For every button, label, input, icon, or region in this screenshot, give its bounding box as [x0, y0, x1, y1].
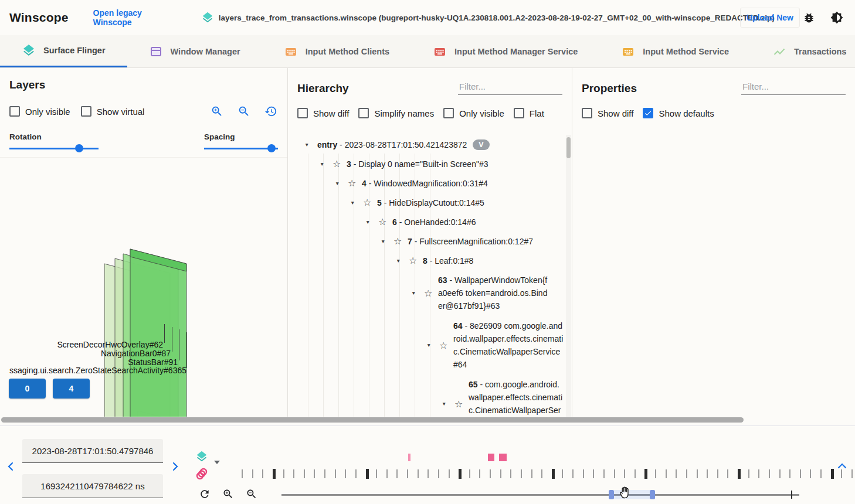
- collapse-arrow-icon[interactable]: ▼: [396, 258, 409, 264]
- checkbox-show-virtual[interactable]: Show virtual: [81, 106, 145, 117]
- layer-label: NavigationBar0#87: [101, 349, 171, 358]
- zoom-out-icon[interactable]: [237, 104, 251, 118]
- star-icon[interactable]: ☆: [348, 178, 362, 189]
- layers-trace-icon: [201, 11, 214, 24]
- tab-input-method-manager-service[interactable]: Input Method Manager Service: [411, 35, 599, 67]
- main-content: Layers Only visibleShow virtual: [0, 68, 855, 417]
- star-icon[interactable]: ☆: [393, 236, 408, 247]
- checkbox-box[interactable]: [443, 108, 454, 118]
- trace-file-name: layers_trace_from_transactions.winscope …: [219, 13, 775, 22]
- collapse-arrow-icon[interactable]: ▼: [381, 239, 393, 244]
- rotation-slider-track[interactable]: [9, 148, 99, 149]
- hierarchy-tree: ▼entry - 2023-08-28T17:01:50.421423872V▼…: [288, 135, 565, 417]
- checkbox-show-diff[interactable]: Show diff: [297, 108, 349, 118]
- checkbox-box[interactable]: [358, 108, 369, 118]
- trace-file: layers_trace_from_transactions.winscope …: [201, 11, 733, 24]
- star-icon[interactable]: ☆: [409, 255, 423, 266]
- collapse-arrow-icon[interactable]: ▼: [335, 181, 348, 186]
- star-icon[interactable]: ☆: [439, 340, 453, 351]
- tree-row[interactable]: ▼entry - 2023-08-28T17:01:50.421423872V: [288, 135, 565, 154]
- horizontal-scrollbar[interactable]: [1, 417, 744, 423]
- tree-node-label: entry - 2023-08-28T17:01:50.421423872: [317, 138, 467, 151]
- checkbox-box[interactable]: [514, 108, 524, 118]
- hierarchy-scrollbar-thumb[interactable]: [566, 137, 571, 158]
- rotation-slider-thumb[interactable]: [75, 144, 83, 152]
- collapse-arrow-icon[interactable]: ▼: [350, 200, 363, 206]
- collapse-arrow-icon[interactable]: ▼: [442, 401, 454, 407]
- tab-label: Input Method Manager Service: [454, 47, 578, 56]
- tree-row[interactable]: ▼☆64 - 8e26909 com.google.android.wallpa…: [288, 316, 565, 374]
- layer-leader-line: [186, 332, 187, 368]
- tree-node-label: 8 - Leaf:0:1#8: [423, 254, 473, 267]
- range-slider-track[interactable]: [281, 494, 799, 496]
- tree-row[interactable]: ▼☆65 - com.google.android.wallpaper.effe…: [288, 374, 565, 417]
- checkbox-simplify-names[interactable]: Simplify names: [358, 108, 434, 118]
- checkbox-box[interactable]: [297, 108, 308, 118]
- layers-checkboxes: Only visibleShow virtual: [9, 106, 144, 117]
- tree-node-label: 64 - 8e26909 com.google.android.wallpape…: [453, 319, 565, 371]
- tab-input-method-service[interactable]: Input Method Service: [599, 35, 751, 67]
- layer-leader-line: [164, 324, 165, 343]
- collapse-arrow-icon[interactable]: ▼: [304, 142, 317, 148]
- tree-row[interactable]: ▼☆7 - FullscreenMagnification:0:12#7: [288, 231, 565, 251]
- checkbox-box[interactable]: [643, 108, 653, 118]
- checkbox-label: Only visible: [25, 107, 70, 117]
- layer-leader-line: [179, 329, 179, 360]
- layer-label: ScreenDecorHwcOverlay#62: [57, 340, 163, 349]
- layer-index-button-4[interactable]: 4: [53, 379, 90, 399]
- collapse-arrow-icon[interactable]: ▼: [320, 161, 333, 167]
- star-icon[interactable]: ☆: [424, 288, 438, 299]
- dark-mode-icon[interactable]: [828, 9, 846, 26]
- layers-3d-view[interactable]: ScreenDecorHwcOverlay#62NavigationBar0#8…: [0, 157, 287, 417]
- rotation-label: Rotation: [9, 132, 99, 141]
- timeline-panel: [0, 425, 855, 504]
- checkbox-flat[interactable]: Flat: [514, 108, 544, 118]
- star-icon[interactable]: ☆: [333, 158, 347, 169]
- tree-row[interactable]: ▼☆5 - HideDisplayCutout:0:14#5: [288, 193, 565, 212]
- checkbox-only-visible[interactable]: Only visible: [9, 106, 70, 117]
- collapse-arrow-icon[interactable]: ▼: [411, 290, 424, 296]
- tree-row[interactable]: ▼☆6 - OneHanded:0:14#6: [288, 212, 565, 231]
- tree-node-id: 6: [392, 217, 397, 227]
- checkbox-show-defaults[interactable]: Show defaults: [643, 108, 714, 118]
- checkbox-only-visible[interactable]: Only visible: [443, 108, 504, 118]
- checkbox-box[interactable]: [582, 108, 592, 118]
- tree-node-label: 7 - FullscreenMagnification:0:12#7: [408, 235, 533, 248]
- checkbox-show-diff[interactable]: Show diff: [582, 108, 633, 118]
- collapse-timeline-button[interactable]: [837, 461, 848, 472]
- tab-label: Input Method Service: [643, 47, 729, 56]
- open-legacy-link[interactable]: Open legacy Winscope: [93, 8, 177, 27]
- properties-panel: Properties Show diffShow defaults: [572, 68, 855, 417]
- hierarchy-scrollbar[interactable]: [566, 135, 571, 417]
- tree-row[interactable]: ▼☆8 - Leaf:0:1#8: [288, 251, 565, 270]
- tree-row[interactable]: ▼☆63 - WallpaperWindowToken{fa0eef6 toke…: [288, 270, 565, 316]
- range-handle-right[interactable]: [650, 490, 655, 499]
- upload-new-button[interactable]: Upload New: [740, 8, 800, 28]
- tab-surface-flinger[interactable]: Surface Flinger: [0, 35, 127, 67]
- tab-window-manager[interactable]: Window Manager: [127, 35, 262, 67]
- collapse-arrow-icon[interactable]: ▼: [426, 342, 439, 348]
- checkbox-label: Show virtual: [97, 107, 145, 117]
- collapse-arrow-icon[interactable]: ▼: [365, 219, 378, 225]
- zoom-in-icon[interactable]: [210, 104, 224, 118]
- tab-transactions[interactable]: Transactions: [751, 35, 855, 67]
- tree-row[interactable]: ▼☆4 - WindowedMagnification:0:31#4: [288, 173, 565, 193]
- checkbox-label: Show diff: [313, 108, 349, 118]
- hierarchy-filter-input[interactable]: [458, 80, 562, 95]
- properties-filter-input[interactable]: [741, 80, 846, 95]
- checkbox-label: Show defaults: [659, 108, 714, 118]
- range-handle-left[interactable]: [609, 490, 614, 499]
- star-icon[interactable]: ☆: [378, 216, 392, 227]
- tree-row[interactable]: ▼☆3 - Display 0 name="Built-in Screen"#3: [288, 154, 565, 173]
- timeline-range-slider: [0, 426, 855, 504]
- tab-input-method-clients[interactable]: Input Method Clients: [262, 35, 411, 67]
- layer-index-button-0[interactable]: 0: [9, 379, 46, 399]
- spacing-slider-thumb[interactable]: [267, 144, 276, 152]
- star-icon[interactable]: ☆: [454, 399, 469, 410]
- checkbox-box[interactable]: [81, 106, 91, 117]
- star-icon[interactable]: ☆: [363, 197, 377, 208]
- reset-view-icon[interactable]: [264, 104, 278, 118]
- bug-report-icon[interactable]: [800, 9, 817, 26]
- checkbox-box[interactable]: [9, 106, 20, 117]
- spacing-slider: Spacing: [204, 132, 278, 152]
